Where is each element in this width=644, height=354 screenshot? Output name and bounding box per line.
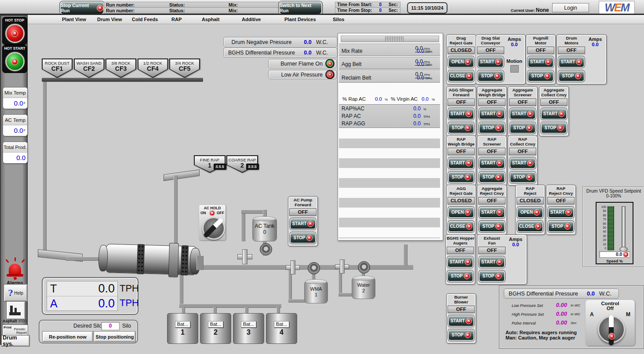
button-label: CLOSE [519,224,534,229]
print-periodic-report-button[interactable]: Print Periodic: Report [2,325,28,336]
open-button[interactable]: OPEN [448,56,474,68]
drum-sys-button[interactable]: Drum sys. [2,336,29,346]
flange-valve-icon[interactable] [260,243,272,255]
start-button[interactable]: START [479,207,505,218]
device-title: RAPWeigh Bridge [448,137,475,147]
start-button[interactable]: START [479,108,505,120]
start-button[interactable]: START [477,56,504,68]
silo-label: Bat... [274,321,290,328]
stop-button[interactable]: STOP [509,172,536,183]
device-status: CLOSED [517,197,544,204]
stop-button[interactable]: STOP [477,70,504,82]
login-label: Login [564,5,577,11]
mix-rate-row: Mix Rate 0.0TPH 0.0TPH [339,44,440,56]
flange-valve-icon[interactable] [308,262,320,274]
control-knob-block: Control Off A M [586,300,635,346]
logo-letter-w: W [604,1,614,14]
flange-valve-icon[interactable] [358,261,370,274]
start-button[interactable]: START [541,108,567,120]
flow-actual: 0.0TPH [417,47,432,55]
menu-item-drum-view[interactable]: Drum View [97,15,122,24]
open-button[interactable]: OPEN [517,207,543,218]
x-icon [557,125,564,131]
start-button[interactable]: START [448,108,474,120]
stop-button[interactable]: STOP [528,70,554,82]
pipe-segment [179,273,183,306]
pulse-interval-value[interactable]: 0.00 [548,319,567,326]
menu-item-cold-feeds[interactable]: Cold Feeds [132,15,158,24]
close-button[interactable]: CLOSE [448,70,474,82]
device-title: RAPReject Cnvy [547,186,575,196]
start-button[interactable]: START [509,108,536,120]
auto-position-label: A [590,311,594,318]
login-button[interactable]: Login [552,3,589,12]
device-title: RAPReject [517,186,544,196]
start-button[interactable]: START [290,218,316,230]
stop-button[interactable]: STOP [479,221,505,232]
stop-button[interactable]: STOP [448,122,474,134]
start-button[interactable]: START [558,56,585,68]
hot-stop-button[interactable]: HOT STOP [2,17,27,45]
time-from-start-row: Time From Start: 0 Sec: [335,2,400,8]
help-button[interactable]: ? Help [4,285,27,301]
menu-item-rap[interactable]: RAP [171,15,182,24]
stop-button[interactable]: STOP [479,172,505,183]
button-label: STOP [482,175,494,179]
control-knob[interactable] [598,316,625,343]
start-button[interactable]: START [528,56,554,68]
start-button[interactable]: START [548,207,574,218]
stop-button[interactable]: STOP [479,270,505,282]
stop-positioning-button[interactable]: Stop positioning [94,332,135,342]
menu-item-additive[interactable]: Additive [242,15,261,24]
stop-button[interactable]: STOP [479,122,505,134]
vfd-value-box[interactable]: 0.0 [599,251,630,258]
start-button[interactable]: START [448,157,474,169]
menu-item-plant-view[interactable]: Plant View [62,15,86,24]
vfd-tick-labels: 1009080706050403020100 [597,205,606,250]
alarms-button[interactable]: Alarms [4,257,26,287]
man-note: Man: Caution, May pack auger [506,335,575,340]
stop-button[interactable]: STOP [290,232,316,244]
asphalt-plant-button[interactable] [7,302,25,319]
switch-next-run-button[interactable]: Switch to Next Run [279,1,322,15]
cross-valve-icon[interactable] [335,259,348,273]
vfd-slider-track[interactable] [622,206,626,250]
close-button[interactable]: CLOSE [448,221,474,232]
button-label: STOP [482,274,494,278]
stop-button[interactable]: STOP [509,122,536,134]
low-pressure-set-value[interactable]: 0.00 [548,302,567,308]
stop-button[interactable]: STOP [541,122,567,134]
pipe-segment [241,210,245,241]
start-button[interactable]: START [509,157,536,169]
stop-button[interactable]: STOP [448,172,474,183]
actual-tph-row: A 0.0 [47,296,117,311]
device-status: OFF [540,99,568,106]
close-button[interactable]: CLOSE [517,221,543,232]
stop-button[interactable]: STOP [447,270,473,282]
rap-ac-line: RAP AC 0.0 TPH [339,112,440,120]
open-button[interactable]: OPEN [448,207,474,218]
reposition-now-button[interactable]: Re-position now [43,332,93,342]
start-button[interactable]: START [448,315,474,327]
help-label: Help [14,291,23,296]
desired-silo-input[interactable]: 0 [101,322,120,330]
stop-button[interactable]: STOP [558,70,585,82]
start-button[interactable]: START [447,256,473,268]
stop-button[interactable]: STOP [448,329,474,341]
menu-item-asphalt[interactable]: Asphalt [202,15,219,24]
stop-button[interactable]: STOP [548,221,574,232]
switch-next-run-label: Switch to Next Run [280,3,321,13]
menu-item-silos[interactable]: Silos [333,15,344,24]
hot-start-button[interactable]: HOT START [2,45,27,73]
panel-scrollbar[interactable] [341,36,439,42]
start-button[interactable]: START [479,157,505,169]
menu-item-plant-devices[interactable]: Plant Devices [284,15,316,24]
status-label: Status: [169,2,185,7]
stop-current-run-button[interactable]: Stop Current Run [60,1,104,15]
high-pressure-set-value[interactable]: 0.00 [548,310,567,317]
ac-hold-knob[interactable] [202,217,225,240]
cross-valve-icon[interactable] [286,260,299,274]
time-strip: Time From Start: 0 Sec: Time From Stop: … [335,2,400,13]
start-button[interactable]: START [479,256,505,268]
cross-valve-icon[interactable] [237,249,251,263]
